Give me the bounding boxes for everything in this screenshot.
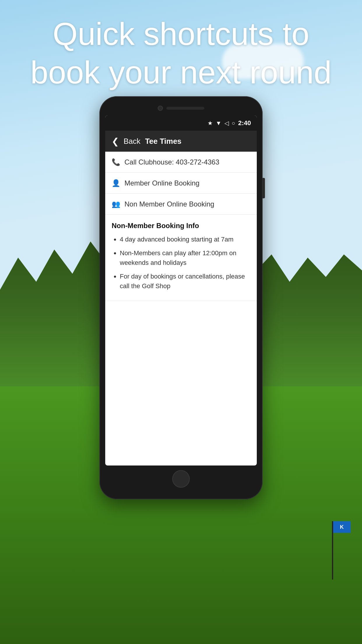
bullet-item-3: For day of bookings or cancellations, pl… [120,272,250,291]
person-icon: 👤 [112,179,120,187]
wifi-icon: ▼ [216,120,222,127]
bluetooth-icon: ★ [208,120,213,127]
people-icon: 👥 [112,200,120,208]
call-clubhouse-label: Call Clubhouse: 403-272-4363 [124,158,219,166]
info-section: Non-Member Booking Info 4 day advanced b… [105,215,257,301]
phone-top-bar [105,102,257,116]
status-bar: ★ ▼ ◁ ○ 2:40 [105,116,257,131]
back-chevron-icon[interactable]: ❮ [112,136,119,146]
side-button [263,178,265,198]
page-title: Tee Times [145,137,182,146]
phone-wrapper: ★ ▼ ◁ ○ 2:40 ❮ Back Tee Times 📞 Call Clu… [99,96,263,499]
flag-banner: K [333,521,351,533]
member-booking-item[interactable]: 👤 Member Online Booking [105,173,257,194]
flag-letter: K [340,524,344,530]
phone-bottom [105,466,257,494]
info-title: Non-Member Booking Info [112,222,250,230]
home-button[interactable] [172,470,190,488]
empty-content-area [105,301,257,447]
phone-icon: 📞 [112,158,120,166]
phone-device: ★ ▼ ◁ ○ 2:40 ❮ Back Tee Times 📞 Call Clu… [99,96,263,499]
battery-icon: ○ [232,120,235,127]
bullet-item-1: 4 day advanced booking starting at 7am [120,235,250,244]
golf-flag: K [329,521,333,580]
status-time: 2:40 [238,119,251,127]
nav-bar: ❮ Back Tee Times [105,131,257,152]
call-clubhouse-item[interactable]: 📞 Call Clubhouse: 403-272-4363 [105,152,257,173]
phone-screen: ★ ▼ ◁ ○ 2:40 ❮ Back Tee Times 📞 Call Clu… [105,116,257,466]
headline-text: Quick shortcuts to book your next round [17,15,345,92]
phone-camera [158,106,163,111]
non-member-booking-label: Non Member Online Booking [124,200,214,208]
back-button[interactable]: Back [124,137,140,146]
member-booking-label: Member Online Booking [124,179,199,187]
signal-icon: ◁ [224,120,229,127]
bullet-item-2: Non-Members can play after 12:00pm on we… [120,248,250,267]
non-member-booking-item[interactable]: 👥 Non Member Online Booking [105,194,257,215]
bullet-list: 4 day advanced booking starting at 7am N… [112,235,250,291]
phone-speaker [166,107,204,110]
headline-container: Quick shortcuts to book your next round [0,15,362,92]
